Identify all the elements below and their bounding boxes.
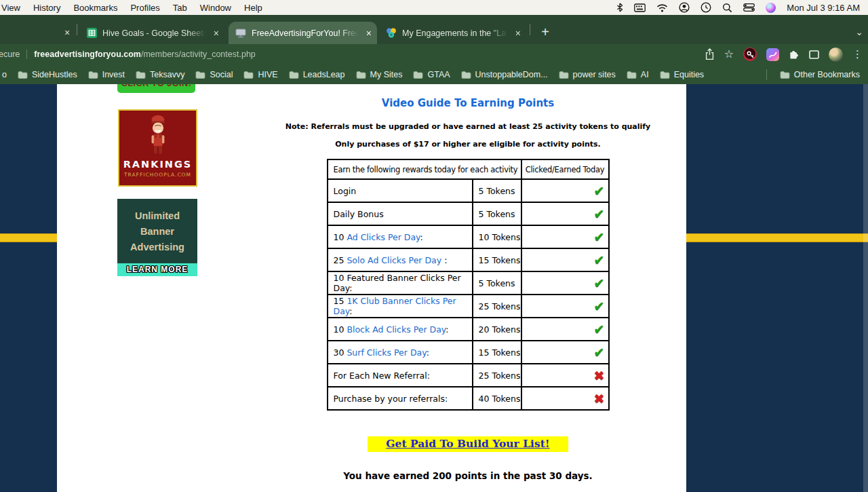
time-machine-icon[interactable] (701, 2, 711, 13)
note-referrals: Note: Referrals must be upgraded or have… (237, 122, 698, 131)
tab-separator (77, 24, 77, 35)
activity-text: Daily Bonus (334, 209, 384, 219)
side-panel-icon[interactable] (809, 50, 819, 59)
folder-icon (88, 71, 98, 79)
bookmark-item[interactable]: Teksavvy (136, 70, 184, 79)
tab-hive-goals[interactable]: Hive Goals - Google Sheets × (80, 22, 224, 44)
activity-link[interactable]: Solo Ad Clicks Per Day (347, 255, 441, 265)
bookmark-item[interactable]: Invest (88, 70, 125, 79)
search-icon[interactable] (722, 3, 732, 13)
table-row: 30 Surf Clicks Per Day: 15 Tokens ✔ (328, 341, 609, 364)
tab-title: Hive Goals - Google Sheets (102, 29, 209, 38)
keyboard-icon[interactable] (634, 3, 646, 12)
tokens-cell: 25 Tokens (473, 364, 521, 387)
bookmark-item[interactable]: o (2, 70, 7, 79)
bookmark-item[interactable]: power sites (559, 70, 616, 79)
bookmark-item[interactable]: AI (627, 70, 649, 79)
wifi-icon[interactable] (656, 3, 668, 12)
mascot-illustration (137, 113, 179, 155)
bookmark-item[interactable]: HIVE (243, 70, 277, 79)
note-purchases: Only purchases of $17 or higher are elig… (237, 140, 698, 149)
bookmark-item[interactable]: UnstoppableDom... (461, 70, 548, 79)
tab-freeadvertisingforyou[interactable]: FreeAdvertisingForYou! Free Tr × (229, 22, 377, 44)
folder-icon (780, 71, 790, 79)
green-check-icon: ✔ (594, 276, 605, 290)
activity-link[interactable]: Ad Clicks Per Day (347, 232, 420, 242)
unlimited-banner-ad[interactable]: Unlimited Banner Advertising LEARN MORE (117, 199, 197, 276)
menubar-item[interactable]: History (33, 3, 60, 13)
menubar-item[interactable]: Bookmarks (73, 3, 117, 13)
activity-cell: Daily Bonus (328, 202, 473, 225)
tab-my-engagements[interactable]: My Engagements in the "Larry × (379, 22, 526, 44)
menubar-item[interactable]: Profiles (130, 3, 159, 13)
user-account-icon[interactable] (679, 2, 690, 13)
green-check-icon: ✔ (594, 345, 605, 360)
close-icon[interactable]: × (515, 28, 521, 39)
activity-link[interactable]: Block Ad Clicks Per Day (347, 324, 446, 335)
rewards-table: Earn the following rewards today for eac… (327, 159, 610, 411)
get-paid-link[interactable]: Get Paid To Build Your List! (368, 436, 568, 452)
scrollbar[interactable] (863, 84, 868, 492)
table-row: 15 1K Club Banner Clicks Per Day: 25 Tok… (328, 295, 609, 318)
activity-cell: 30 Surf Clicks Per Day: (328, 341, 473, 364)
profile-avatar[interactable] (829, 48, 843, 62)
tab-title: FreeAdvertisingForYou! Free Tr (252, 29, 361, 38)
close-icon[interactable]: × (214, 28, 219, 39)
menubar-clock[interactable]: Mon Jul 3 9:16 AM (787, 3, 860, 13)
rewards-table-body: Login 5 Tokens ✔ Daily Bonus 5 Tokens ✔ … (328, 179, 609, 410)
banner-line: Unlimited (117, 210, 197, 221)
tokens-cell: 15 Tokens (473, 341, 521, 364)
menubar-item[interactable]: View (1, 3, 20, 13)
folder-icon (356, 71, 366, 79)
bookmark-item[interactable]: SideHustles (18, 70, 77, 79)
bookmark-item[interactable]: My Sites (356, 70, 403, 79)
siri-icon[interactable] (766, 3, 776, 13)
tokens-cell: 25 Tokens (473, 295, 521, 318)
menubar-item[interactable]: Help (244, 3, 262, 13)
extensions-puzzle-icon[interactable] (789, 49, 800, 60)
google-sheets-icon (87, 28, 97, 38)
menubar-item[interactable]: Window (200, 3, 231, 13)
status-cell: ✔ (521, 225, 609, 248)
menu-dots-icon[interactable]: ⋮ (852, 48, 863, 60)
bookmark-item[interactable]: Social (195, 70, 233, 79)
video-guide-link[interactable]: Video Guide To Earning Points (237, 97, 698, 109)
learn-more-button[interactable]: LEARN MORE (117, 263, 197, 276)
bluetooth-icon[interactable] (616, 3, 623, 12)
header-activity: Earn the following rewards today for eac… (328, 159, 521, 179)
bookmark-item[interactable]: Equities (660, 70, 704, 79)
bookmark-label: UnstoppableDom... (475, 70, 548, 79)
rankings-banner-ad[interactable]: RANKINGS TRAFFICHOOPLA.COM (118, 109, 197, 187)
new-tab-button[interactable]: + (537, 24, 553, 40)
address-bar[interactable]: freeadvertisingforyou.com/members/activi… (34, 50, 698, 59)
menubar-item[interactable]: Tab (173, 3, 187, 13)
table-row: Purchase by your referrals: 40 Tokens ✖ (328, 387, 609, 410)
chevron-down-icon[interactable]: ⌄ (855, 26, 863, 37)
close-icon[interactable]: × (64, 27, 70, 38)
control-center-icon[interactable] (743, 3, 755, 12)
other-bookmarks[interactable]: Other Bookmarks (766, 69, 860, 80)
share-icon[interactable] (705, 48, 715, 60)
menubar-status: Mon Jul 3 9:16 AM (616, 2, 860, 13)
green-check-icon: ✔ (594, 206, 605, 221)
tokens-cell: 10 Tokens (473, 225, 521, 248)
page-background-left (0, 84, 57, 492)
bookmark-label: LeadsLeap (303, 70, 345, 79)
main-column: Video Guide To Earning Points Note: Refe… (237, 84, 698, 492)
folder-icon (660, 71, 670, 79)
click-to-join-button[interactable]: CLICK TO JOIN! (117, 84, 195, 93)
close-icon[interactable]: × (366, 28, 372, 39)
activity-cell: 25 Solo Ad Clicks Per Day : (328, 248, 473, 271)
rankings-subtitle: TRAFFICHOOPLA.COM (119, 172, 196, 178)
points-earned-text: You have earned 200 points in the past 3… (237, 470, 698, 481)
table-row: 10 Ad Clicks Per Day: 10 Tokens ✔ (328, 225, 609, 248)
tokens-cell: 15 Tokens (473, 248, 521, 271)
activity-link[interactable]: Surf Clicks Per Day (347, 347, 426, 358)
bookmark-star-icon[interactable]: ☆ (724, 49, 734, 60)
bookmark-item[interactable]: LeadsLeap (289, 70, 345, 79)
password-manager-icon[interactable] (743, 48, 757, 61)
cta-wrap: Get Paid To Build Your List! (237, 436, 698, 452)
bookmark-item[interactable]: GTAA (413, 70, 450, 79)
extension-colorful-icon[interactable] (766, 48, 779, 61)
monitor-icon (235, 29, 246, 38)
